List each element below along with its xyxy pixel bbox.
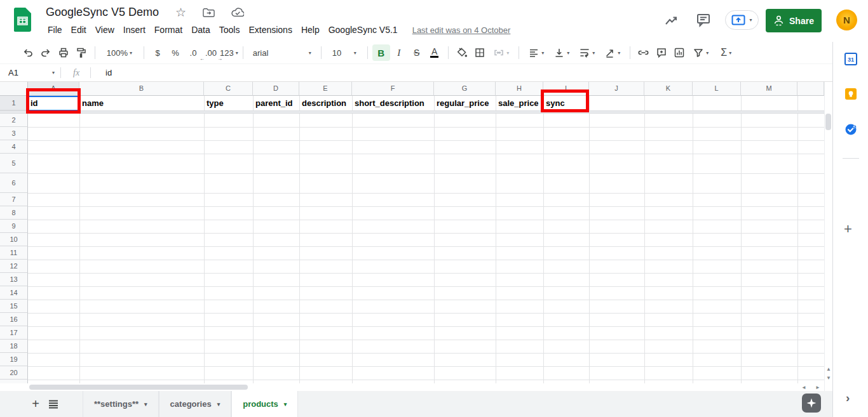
sheet-tab-products[interactable]: products▾ — [231, 391, 298, 417]
scroll-up-icon[interactable]: ▲ — [826, 367, 831, 372]
menu-view[interactable]: View — [91, 23, 119, 37]
insert-comment-button[interactable] — [653, 44, 670, 61]
document-title[interactable]: GoogleSync V5 Demo — [46, 6, 159, 19]
sheet-tab-caret-icon[interactable]: ▾ — [284, 401, 287, 407]
share-button[interactable]: Share — [766, 9, 822, 32]
menu-insert[interactable]: Insert — [119, 23, 150, 37]
decrease-decimal-button[interactable]: .0← — [184, 44, 202, 61]
cell-D1[interactable]: parent_id — [253, 96, 299, 110]
column-header-F[interactable]: F — [352, 82, 434, 96]
column-header-D[interactable]: D — [253, 82, 299, 96]
sheet-tab-categories[interactable]: categories▾ — [159, 391, 232, 417]
bold-button[interactable]: B — [372, 44, 390, 61]
last-edit-link[interactable]: Last edit was on 4 October — [412, 25, 511, 35]
font-size-select[interactable]: 10 ▾ — [326, 44, 363, 61]
row-header-15[interactable]: 15 — [0, 300, 28, 313]
row-header-18[interactable]: 18 — [0, 340, 28, 353]
column-header-H[interactable]: H — [496, 82, 543, 96]
row-header-11[interactable]: 11 — [0, 246, 28, 260]
scroll-right-icon[interactable]: ► — [815, 385, 820, 390]
cell-H1[interactable]: sale_price — [496, 96, 543, 110]
menu-help[interactable]: Help — [297, 23, 324, 37]
column-header-E[interactable]: E — [299, 82, 352, 96]
create-filter-button[interactable]: ▾ — [688, 44, 714, 61]
column-header-L[interactable]: L — [693, 82, 741, 96]
row-header-12[interactable]: 12 — [0, 260, 28, 273]
text-color-button[interactable]: A — [426, 44, 444, 61]
sheet-tab-settings[interactable]: **settings**▾ — [83, 391, 159, 417]
row-header-7[interactable]: 7 — [0, 193, 28, 206]
see-sheet-activity-icon[interactable] — [664, 14, 679, 30]
menu-extensions[interactable]: Extensions — [244, 23, 296, 37]
menu-data[interactable]: Data — [187, 23, 215, 37]
merge-cells-button[interactable]: ▾ — [489, 44, 514, 61]
column-header-M[interactable]: M — [741, 82, 797, 96]
text-rotation-button[interactable]: ▾ — [600, 44, 625, 61]
row-header-10[interactable]: 10 — [0, 233, 28, 246]
cell-C1[interactable]: type — [204, 96, 253, 110]
more-formats-button[interactable]: 123 ▾ — [220, 44, 238, 61]
cell-N1[interactable] — [797, 96, 824, 110]
frozen-row-divider[interactable] — [0, 110, 824, 114]
row-header-3[interactable]: 3 — [0, 127, 28, 140]
fill-color-button[interactable] — [453, 44, 471, 61]
explore-button[interactable] — [802, 394, 821, 413]
google-keep-icon[interactable] — [844, 88, 857, 100]
sheet-tab-caret-icon[interactable]: ▾ — [144, 401, 147, 407]
select-all-corner[interactable] — [0, 82, 28, 96]
menu-googlesync-v5-1[interactable]: GoogleSync V5.1 — [324, 23, 402, 37]
move-folder-icon[interactable] — [203, 8, 215, 18]
scroll-down-icon[interactable]: ▼ — [826, 376, 831, 381]
document-status-cloud-icon[interactable] — [231, 8, 244, 17]
scroll-left-icon[interactable]: ◄ — [801, 385, 806, 390]
sheet-tab-caret-icon[interactable]: ▾ — [217, 401, 220, 407]
format-currency-button[interactable]: $ — [149, 44, 166, 61]
present-options-caret-icon[interactable]: ▾ — [749, 17, 752, 23]
row-header-1[interactable]: 1 — [0, 96, 28, 110]
undo-button[interactable] — [19, 44, 37, 61]
increase-decimal-button[interactable]: .00→ — [202, 44, 220, 61]
functions-button[interactable]: Σ ▾ — [714, 44, 739, 61]
comment-history-icon[interactable] — [696, 13, 711, 30]
menu-edit[interactable]: Edit — [67, 23, 91, 37]
borders-button[interactable] — [471, 44, 489, 61]
column-header-G[interactable]: G — [434, 82, 496, 96]
cell-L1[interactable] — [693, 96, 741, 110]
get-add-ons-button[interactable]: + — [844, 221, 852, 237]
row-header-20[interactable]: 20 — [0, 366, 28, 380]
name-box[interactable]: A1 ▾ — [0, 68, 55, 77]
insert-link-button[interactable] — [635, 44, 653, 61]
google-tasks-icon[interactable] — [844, 123, 857, 136]
horizontal-align-button[interactable]: ▾ — [524, 44, 549, 61]
cell-E1[interactable]: description — [299, 96, 352, 110]
insert-chart-button[interactable] — [670, 44, 688, 61]
row-header-16[interactable]: 16 — [0, 313, 28, 326]
row-header-6[interactable]: 6 — [0, 173, 28, 193]
column-header-K[interactable]: K — [644, 82, 693, 96]
format-percent-button[interactable]: % — [166, 44, 184, 61]
row-header-4[interactable]: 4 — [0, 140, 28, 154]
paint-format-button[interactable] — [72, 44, 90, 61]
menu-file[interactable]: File — [43, 23, 67, 37]
vertical-align-button[interactable]: ▾ — [549, 44, 574, 61]
row-header-9[interactable]: 9 — [0, 220, 28, 233]
text-wrap-button[interactable]: ▾ — [574, 44, 600, 61]
redo-button[interactable] — [37, 44, 55, 61]
strikethrough-button[interactable]: S — [408, 44, 426, 61]
row-header-8[interactable]: 8 — [0, 206, 28, 220]
horizontal-scrollbar-thumb[interactable] — [29, 385, 248, 390]
row-header-2[interactable]: 2 — [0, 114, 28, 127]
cell-F1[interactable]: short_description — [352, 96, 434, 110]
print-button[interactable] — [55, 44, 72, 61]
google-calendar-icon[interactable]: 31 — [844, 53, 857, 65]
formula-input[interactable]: id — [105, 68, 112, 77]
spreadsheet-grid[interactable]: AidBnameCtypeDparent_idEdescriptionFshor… — [0, 82, 824, 391]
row-header-14[interactable]: 14 — [0, 286, 28, 300]
add-sheet-button[interactable]: + — [27, 395, 44, 413]
italic-button[interactable]: I — [390, 44, 408, 61]
row-header-5[interactable]: 5 — [0, 154, 28, 173]
sheets-logo[interactable] — [14, 8, 31, 32]
vertical-scrollbar-thumb[interactable] — [825, 114, 831, 130]
column-header-partial[interactable] — [797, 82, 824, 96]
cell-J1[interactable] — [589, 96, 644, 110]
